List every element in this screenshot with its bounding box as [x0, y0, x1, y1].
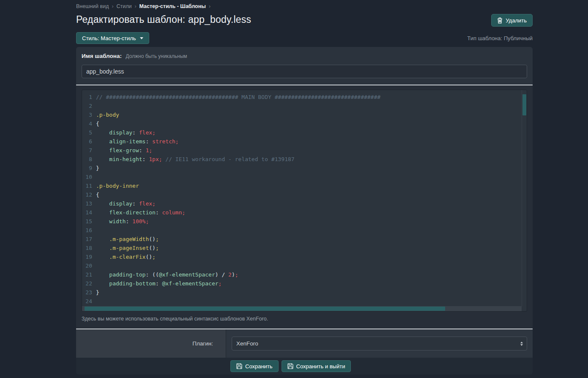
line-number: 19	[82, 252, 92, 261]
floppy-icon	[236, 363, 242, 369]
code-line: 12{	[82, 190, 527, 199]
line-number: 7	[82, 146, 92, 155]
editor-horizontal-scrollbar[interactable]	[82, 306, 522, 311]
line-number: 17	[82, 235, 92, 244]
line-number: 15	[82, 217, 92, 226]
trash-icon	[497, 17, 503, 24]
line-number: 3	[82, 110, 92, 119]
breadcrumb-item-templates[interactable]: Мастер-стиль - Шаблоны	[139, 3, 206, 9]
line-number: 12	[82, 190, 92, 199]
template-name-hint: Должно быть уникальным	[126, 53, 187, 59]
line-number: 2	[82, 101, 92, 110]
code-line: 3.p-body	[82, 110, 527, 119]
line-number: 11	[82, 181, 92, 190]
line-number: 4	[82, 119, 92, 128]
code-line: 14 flex-direction: column;	[82, 208, 527, 217]
template-editor-section: 1// ####################################…	[76, 85, 533, 329]
line-number: 23	[82, 288, 92, 297]
line-number: 6	[82, 137, 92, 146]
editor-syntax-hint: Здесь вы можете использовать специальный…	[82, 316, 527, 322]
code-line: 6 align-items: stretch;	[82, 137, 527, 146]
plugin-select[interactable]: XenForo	[232, 337, 527, 351]
line-number: 24	[82, 297, 92, 306]
style-selector-button[interactable]: Стиль: Мастер-стиль	[76, 32, 149, 44]
plugin-form-row: Плагин: XenForo	[76, 329, 533, 358]
save-button-label: Сохранить	[245, 363, 273, 370]
vertical-scrollbar-thumb[interactable]	[522, 94, 526, 115]
page: Внешний вид › Стили › Мастер-стиль - Шаб…	[76, 0, 533, 375]
floppy-icon	[287, 363, 293, 369]
breadcrumb-item-appearance[interactable]: Внешний вид	[76, 3, 109, 9]
template-name-label-row: Имя шаблона: Должно быть уникальным	[82, 52, 527, 60]
style-selector-label: Стиль: Мастер-стиль	[82, 35, 136, 41]
template-name-section: Имя шаблона: Должно быть уникальным	[76, 47, 533, 85]
code-line: 9}	[82, 164, 527, 173]
code-line: 24	[82, 297, 527, 306]
breadcrumb: Внешний вид › Стили › Мастер-стиль - Шаб…	[76, 3, 533, 9]
code-line: 4{	[82, 119, 527, 128]
template-type-label: Тип шаблона: Публичный	[467, 35, 533, 41]
breadcrumb-item-styles[interactable]: Стили	[116, 3, 131, 9]
line-number: 18	[82, 244, 92, 252]
code-line: 8 min-height: 1px; // IE11 workaround - …	[82, 155, 527, 164]
code-editor[interactable]: 1// ####################################…	[82, 90, 527, 312]
code-line: 17 .m-pageWidth();	[82, 235, 527, 244]
editor-vertical-scrollbar[interactable]	[522, 90, 527, 306]
delete-button[interactable]: Удалить	[491, 14, 533, 27]
code-line: 15 width: 100%;	[82, 217, 527, 226]
template-edit-form: Имя шаблона: Должно быть уникальным 1// …	[76, 47, 533, 375]
controls-row: Стиль: Мастер-стиль Тип шаблона: Публичн…	[76, 32, 533, 44]
code-line: 1// ####################################…	[82, 93, 527, 101]
plugin-select-value: XenForo	[236, 340, 258, 347]
code-line: 20	[82, 261, 527, 270]
line-number: 1	[82, 93, 92, 101]
line-number: 10	[82, 173, 92, 181]
save-button[interactable]: Сохранить	[230, 360, 279, 372]
save-and-exit-button-label: Сохранить и выйти	[296, 363, 345, 370]
template-name-input[interactable]	[82, 65, 527, 78]
line-number: 22	[82, 279, 92, 288]
plugin-content-cell: XenForo	[226, 329, 533, 358]
code-line: 7 flex-grow: 1;	[82, 146, 527, 155]
caret-down-icon	[140, 37, 143, 39]
line-number: 5	[82, 128, 92, 137]
stepper-icon	[520, 342, 523, 346]
delete-button-label: Удалить	[506, 17, 527, 24]
page-title: Редактировать шаблон: app_body.less	[76, 14, 251, 25]
code-line: 13 display: flex;	[82, 199, 527, 208]
chevron-right-icon: ›	[112, 3, 113, 9]
save-and-exit-button[interactable]: Сохранить и выйти	[282, 360, 351, 372]
code-line: 11.p-body-inner	[82, 181, 527, 190]
line-number: 8	[82, 155, 92, 164]
chevron-right-icon: ›	[209, 3, 211, 9]
line-number: 13	[82, 199, 92, 208]
code-line: 19 .m-clearFix();	[82, 252, 527, 261]
line-number: 20	[82, 261, 92, 270]
code-line: 18 .m-pageInset();	[82, 244, 527, 252]
code-line: 2	[82, 101, 527, 110]
line-number: 14	[82, 208, 92, 217]
line-number: 9	[82, 164, 92, 173]
code-line: 5 display: flex;	[82, 128, 527, 137]
code-line: 23}	[82, 288, 527, 297]
plugin-label-cell: Плагин:	[76, 329, 226, 358]
template-name-label: Имя шаблона:	[82, 53, 122, 59]
code-line: 16	[82, 226, 527, 235]
line-number: 16	[82, 226, 92, 235]
code-line: 22 padding-bottom: @xf-elementSpacer;	[82, 279, 527, 288]
plugin-label: Плагин:	[192, 340, 213, 347]
code-line: 21 padding-top: ((@xf-elementSpacer) / 2…	[82, 270, 527, 279]
form-footer: Сохранить Сохранить и выйти	[76, 358, 533, 375]
header-row: Редактировать шаблон: app_body.less Удал…	[76, 14, 533, 27]
code-line: 10	[82, 173, 527, 181]
line-number: 21	[82, 270, 92, 279]
horizontal-scrollbar-thumb[interactable]	[85, 307, 445, 311]
chevron-right-icon: ›	[135, 3, 137, 9]
code-lines: 1// ####################################…	[82, 90, 527, 312]
